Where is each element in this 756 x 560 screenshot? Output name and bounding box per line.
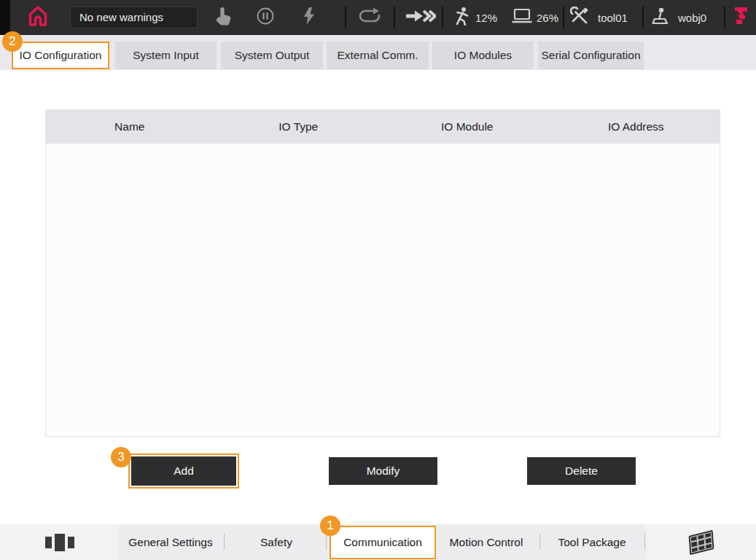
tab-communication[interactable]: Communication	[330, 526, 436, 559]
robot-arm-logo-icon	[731, 5, 750, 30]
step-forward-button[interactable]	[405, 0, 437, 35]
freedrive-hand-button[interactable]	[212, 0, 234, 35]
bottombar-divider	[644, 534, 645, 550]
tab-general-settings[interactable]: General Settings	[122, 524, 219, 560]
hand-pointer-icon	[214, 7, 232, 28]
tab-motion-control[interactable]: Motion Control	[439, 524, 534, 560]
system-monitor-button[interactable]	[510, 0, 534, 35]
add-button-highlight: Add	[128, 454, 239, 489]
crossed-tools-icon	[570, 7, 589, 28]
panels-icon	[45, 534, 74, 551]
tab-safety[interactable]: Safety	[233, 524, 319, 560]
subtab-serial-configuration[interactable]: Serial Configuration	[538, 42, 644, 69]
teach-pendant-screen: No new warnings	[0, 0, 756, 560]
joystick-icon	[650, 7, 669, 28]
table-body-empty	[45, 144, 720, 437]
column-header-io-module: IO Module	[383, 109, 552, 144]
column-header-io-address: IO Address	[552, 109, 721, 144]
active-tool-name[interactable]: tool01	[598, 0, 628, 35]
top-status-bar: No new warnings	[0, 0, 756, 35]
home-button[interactable]	[22, 3, 54, 32]
robot-brand-logo	[730, 0, 752, 35]
subtab-system-input[interactable]: System Input	[115, 42, 217, 69]
io-subtab-row: IO Configuration System Input System Out…	[0, 35, 756, 70]
home-icon	[25, 3, 51, 32]
tool-settings-button[interactable]	[569, 0, 591, 35]
running-man-icon	[453, 7, 469, 28]
laptop-icon	[511, 8, 533, 27]
bottombar-divider	[326, 534, 327, 550]
pause-icon	[256, 7, 275, 28]
tab-tool-package[interactable]: Tool Package	[545, 524, 639, 560]
add-button[interactable]: Add	[131, 456, 236, 486]
double-arrow-icon	[405, 9, 436, 26]
speed-control-button[interactable]	[452, 0, 471, 35]
pause-button[interactable]	[255, 0, 276, 35]
virtual-keyboard-button[interactable]	[646, 524, 756, 560]
topbar-divider	[642, 7, 644, 28]
modify-button[interactable]: Modify	[329, 457, 437, 485]
topbar-divider	[345, 7, 346, 28]
annotation-badge-2: 2	[2, 31, 23, 52]
annotation-badge-3: 3	[111, 447, 131, 467]
subtab-io-configuration[interactable]: IO Configuration	[12, 42, 109, 69]
table-header-row: Name IO Type IO Module IO Address	[45, 109, 720, 144]
topbar-divider	[394, 7, 395, 28]
subtab-io-modules[interactable]: IO Modules	[432, 42, 534, 69]
delete-button[interactable]: Delete	[527, 457, 636, 485]
io-configuration-table: Name IO Type IO Module IO Address	[45, 109, 720, 437]
topbar-divider	[724, 7, 725, 28]
power-bolt-button[interactable]	[300, 0, 318, 35]
active-wobj-name[interactable]: wobj0	[678, 0, 706, 35]
monitor-percentage: 26%	[537, 0, 558, 35]
bottom-nav-bar: General Settings Safety Communication Mo…	[0, 524, 756, 560]
topbar-edge-strip	[0, 0, 10, 35]
warning-message-box[interactable]: No new warnings	[70, 7, 198, 28]
workobject-button[interactable]	[649, 0, 671, 35]
topbar-divider	[442, 7, 443, 28]
column-header-io-type: IO Type	[214, 109, 383, 144]
subtab-external-comm[interactable]: External Comm.	[327, 42, 429, 69]
keypad-grid-icon	[688, 529, 714, 555]
bottombar-divider	[539, 534, 540, 550]
bottombar-divider	[224, 534, 225, 550]
loop-repeat-icon	[357, 7, 382, 28]
side-panel-toggle-button[interactable]	[0, 524, 119, 560]
annotation-badge-1: 1	[320, 516, 340, 536]
topbar-divider	[563, 7, 564, 28]
speed-percentage: 12%	[475, 0, 497, 35]
loop-mode-button[interactable]	[356, 0, 383, 35]
subtab-system-output[interactable]: System Output	[221, 42, 323, 69]
lightning-bolt-icon	[303, 7, 316, 28]
column-header-name: Name	[45, 109, 214, 144]
